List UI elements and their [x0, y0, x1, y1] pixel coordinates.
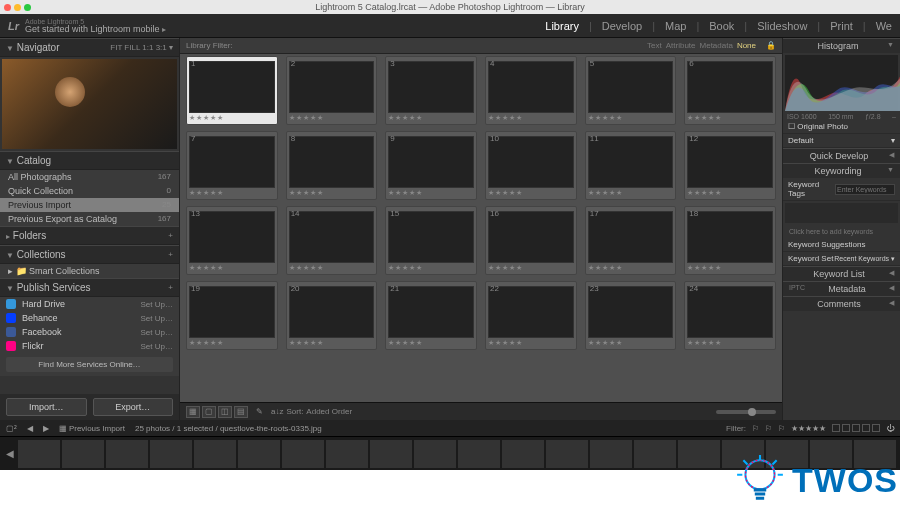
catalog-item-previous-import[interactable]: Previous Import25 — [0, 198, 179, 212]
source-indicator[interactable]: ▦ Previous Import — [59, 424, 125, 433]
filmstrip-thumb[interactable] — [722, 440, 764, 468]
rating-stars[interactable]: ★★★★★ — [488, 339, 574, 347]
publish-facebook[interactable]: FacebookSet Up… — [0, 325, 179, 339]
filmstrip-thumb[interactable] — [282, 440, 324, 468]
keywording-header[interactable]: Keywording▼ — [783, 163, 900, 178]
thumbnail-cell[interactable]: 18★★★★★ — [684, 206, 776, 275]
color-label-filter[interactable] — [832, 424, 880, 432]
quickdev-preset[interactable]: Default▾ — [783, 134, 900, 148]
rating-stars[interactable]: ★★★★★ — [588, 114, 674, 122]
rating-stars[interactable]: ★★★★★ — [488, 114, 574, 122]
rating-stars[interactable]: ★★★★★ — [687, 264, 773, 272]
flag-rejected-icon[interactable]: ⚐ — [778, 424, 785, 433]
thumbnail-cell[interactable]: 11★★★★★ — [585, 131, 677, 200]
rating-stars[interactable]: ★★★★★ — [289, 339, 375, 347]
collections-smart[interactable]: ▸ 📁 Smart Collections — [0, 264, 179, 278]
loupe-view-icon[interactable]: ▢ — [202, 406, 216, 418]
close-icon[interactable] — [4, 4, 11, 11]
filmstrip-thumb[interactable] — [194, 440, 236, 468]
filmstrip-thumb[interactable] — [678, 440, 720, 468]
rating-stars[interactable]: ★★★★★ — [289, 114, 375, 122]
rating-stars[interactable]: ★★★★★ — [189, 189, 275, 197]
rating-stars[interactable]: ★★★★★ — [588, 264, 674, 272]
filmstrip-right-arrow[interactable]: ▶ — [898, 448, 900, 459]
thumbnail-cell[interactable]: 8★★★★★ — [286, 131, 378, 200]
keyword-hint[interactable]: Click here to add keywords — [783, 225, 900, 238]
filmstrip-thumb[interactable] — [414, 440, 456, 468]
thumbnail-cell[interactable]: 10★★★★★ — [485, 131, 577, 200]
module-print[interactable]: Print — [830, 20, 853, 32]
keyword-tags-row[interactable]: Keyword Tags — [783, 178, 900, 201]
compare-view-icon[interactable]: ◫ — [218, 406, 232, 418]
sort-direction-icon[interactable]: a↓z — [271, 407, 283, 416]
nav-fwd-icon[interactable]: ▶ — [43, 424, 49, 433]
flag-picked-icon[interactable]: ⚐ — [752, 424, 759, 433]
publish-header[interactable]: ▼ Publish Services + — [0, 278, 179, 297]
grid-view-icon[interactable]: ▦ — [186, 406, 200, 418]
thumbnail-cell[interactable]: 14★★★★★ — [286, 206, 378, 275]
rating-stars[interactable]: ★★★★★ — [388, 264, 474, 272]
catalog-item-quick[interactable]: Quick Collection0 — [0, 184, 179, 198]
thumbnail-cell[interactable]: 24★★★★★ — [684, 281, 776, 350]
metadata-header[interactable]: IPTCMetadata◀ — [783, 281, 900, 296]
filmstrip-thumb[interactable] — [62, 440, 104, 468]
module-book[interactable]: Book — [709, 20, 734, 32]
filmstrip-thumb[interactable] — [546, 440, 588, 468]
filmstrip-thumb[interactable] — [766, 440, 808, 468]
filmstrip-thumb[interactable] — [590, 440, 632, 468]
find-services-button[interactable]: Find More Services Online… — [6, 357, 173, 372]
second-window-icon[interactable]: ▢² — [6, 424, 17, 433]
thumbnail-cell[interactable]: 19★★★★★ — [186, 281, 278, 350]
filmstrip-thumb[interactable] — [810, 440, 852, 468]
module-tabs[interactable]: Library| Develop| Map| Book| Slideshow| … — [545, 20, 892, 32]
publish-flickr[interactable]: FlickrSet Up… — [0, 339, 179, 353]
thumbnail-cell[interactable]: 20★★★★★ — [286, 281, 378, 350]
keyword-input[interactable] — [835, 184, 895, 195]
minimize-icon[interactable] — [14, 4, 21, 11]
painter-icon[interactable]: ✎ — [256, 407, 263, 416]
thumbnail-cell[interactable]: 4★★★★★ — [485, 56, 577, 125]
module-slideshow[interactable]: Slideshow — [757, 20, 807, 32]
thumbnail-cell[interactable]: 12★★★★★ — [684, 131, 776, 200]
folders-header[interactable]: ▸ Folders + — [0, 226, 179, 245]
filter-tab-none[interactable]: None — [737, 41, 756, 50]
rating-stars[interactable]: ★★★★★ — [388, 189, 474, 197]
quickdevelop-header[interactable]: Quick Develop◀ — [783, 148, 900, 163]
export-button[interactable]: Export… — [93, 398, 174, 416]
comments-header[interactable]: Comments◀ — [783, 296, 900, 311]
view-mode-buttons[interactable]: ▦ ▢ ◫ ▤ — [186, 406, 248, 418]
rating-stars[interactable]: ★★★★★ — [289, 189, 375, 197]
sort-control[interactable]: a↓z Sort: Added Order — [271, 407, 352, 416]
filter-tab-text[interactable]: Text — [647, 41, 662, 50]
thumbnail-grid[interactable]: 1★★★★★2★★★★★3★★★★★4★★★★★5★★★★★6★★★★★7★★★… — [180, 54, 782, 402]
filmstrip-thumb[interactable] — [150, 440, 192, 468]
thumbnail-size-slider[interactable] — [716, 410, 776, 414]
thumbnail-cell[interactable]: 15★★★★★ — [385, 206, 477, 275]
filmstrip-left-arrow[interactable]: ◀ — [4, 448, 16, 459]
keyword-set-row[interactable]: Keyword SetRecent Keywords ▾ — [783, 252, 900, 266]
survey-view-icon[interactable]: ▤ — [234, 406, 248, 418]
lock-icon[interactable]: 🔒 — [766, 41, 776, 50]
thumbnail-cell[interactable]: 2★★★★★ — [286, 56, 378, 125]
filmstrip-thumb[interactable] — [370, 440, 412, 468]
collections-header[interactable]: ▼ Collections + — [0, 245, 179, 264]
catalog-item-all[interactable]: All Photographs167 — [0, 170, 179, 184]
rating-stars[interactable]: ★★★★★ — [687, 339, 773, 347]
rating-stars[interactable]: ★★★★★ — [189, 264, 275, 272]
filmstrip-thumb[interactable] — [326, 440, 368, 468]
rating-stars[interactable]: ★★★★★ — [289, 264, 375, 272]
rating-stars[interactable]: ★★★★★ — [488, 264, 574, 272]
flag-unflagged-icon[interactable]: ⚐ — [765, 424, 772, 433]
filmstrip-thumb[interactable] — [106, 440, 148, 468]
nav-zoom-options[interactable]: FIT FILL 1:1 3:1 ▾ — [110, 43, 173, 52]
window-traffic-lights[interactable] — [4, 4, 31, 11]
rating-stars[interactable]: ★★★★★ — [388, 339, 474, 347]
thumbnail-cell[interactable]: 1★★★★★ — [186, 56, 278, 125]
module-library[interactable]: Library — [545, 20, 579, 32]
library-filter-bar[interactable]: Library Filter: Text Attribute Metadata … — [180, 38, 782, 54]
filmstrip-thumb[interactable] — [238, 440, 280, 468]
filmstrip-thumb[interactable] — [18, 440, 60, 468]
filmstrip-thumb[interactable] — [458, 440, 500, 468]
import-button[interactable]: Import… — [6, 398, 87, 416]
publish-behance[interactable]: BehanceSet Up… — [0, 311, 179, 325]
